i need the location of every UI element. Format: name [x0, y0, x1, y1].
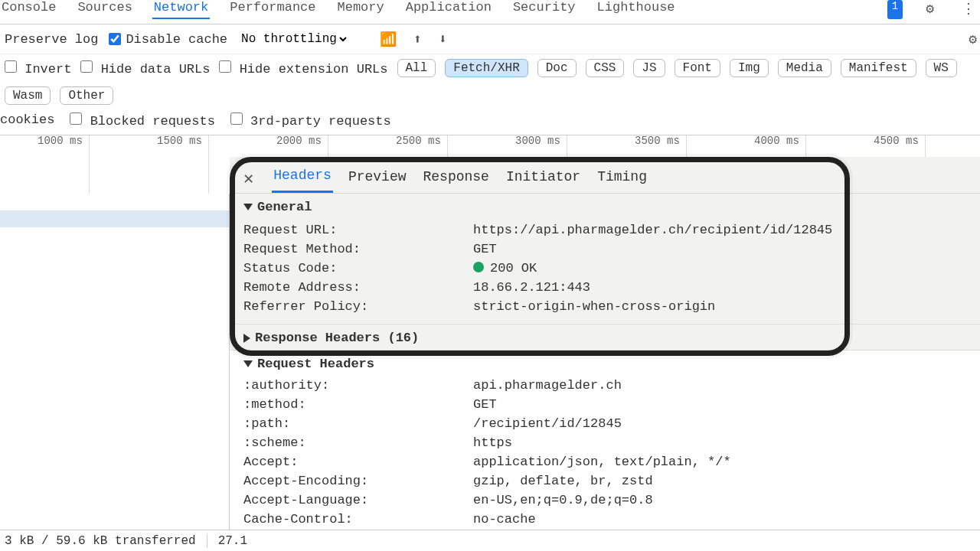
header-key: :authority: — [243, 378, 473, 393]
tab-performance[interactable]: Performance — [228, 0, 317, 19]
remote-address-key: Remote Address: — [243, 280, 473, 295]
section-request-headers-label: Request Headers — [257, 357, 374, 371]
referrer-policy-value: strict-origin-when-cross-origin — [473, 299, 715, 314]
hide-ext-urls-checkbox[interactable]: Hide extension URLs — [219, 60, 387, 77]
filter-all[interactable]: All — [397, 59, 436, 77]
blocked-requests-checkbox[interactable]: Blocked requests — [70, 112, 214, 129]
throttling-select[interactable]: No throttling — [238, 31, 349, 47]
filter-css[interactable]: CSS — [586, 59, 625, 77]
tab-application[interactable]: Application — [404, 0, 493, 19]
tab-sources[interactable]: Sources — [76, 0, 133, 19]
header-value: gzip, deflate, br, zstd — [473, 474, 653, 488]
hide-data-urls-checkbox[interactable]: Hide data URLs — [80, 60, 210, 77]
tick-label: 4000 ms — [754, 135, 799, 147]
tick-label: 1500 ms — [157, 135, 202, 147]
close-icon[interactable]: ✕ — [243, 168, 258, 189]
filter-font[interactable]: Font — [675, 59, 720, 77]
section-general-label: General — [257, 200, 312, 214]
section-request-headers[interactable]: Request Headers — [230, 350, 980, 376]
referrer-policy-key: Referrer Policy: — [243, 299, 473, 314]
detail-tab-timing[interactable]: Timing — [596, 166, 648, 192]
filter-wasm[interactable]: Wasm — [5, 86, 51, 105]
request-detail-pane: ✕ Headers Preview Response Initiator Tim… — [230, 157, 980, 530]
status-bar: 3 kB / 59.6 kB transferred 27.1 — [0, 530, 980, 551]
tick-label: 3500 ms — [635, 135, 680, 147]
detail-tab-response[interactable]: Response — [422, 166, 491, 192]
filter-fetch-xhr[interactable]: Fetch/XHR — [445, 59, 528, 77]
error-badge[interactable]: 1 — [887, 0, 903, 19]
tab-security[interactable]: Security — [511, 0, 577, 19]
status-code-value: 200 OK — [473, 261, 537, 276]
request-header-row: :path:/recipient/id/12845 — [230, 414, 980, 433]
header-key: Accept: — [243, 455, 473, 469]
upload-icon[interactable]: ⬆ — [410, 31, 425, 47]
request-header-row: :authority:api.pharmagelder.ch — [230, 376, 980, 395]
header-value: no-cache — [473, 512, 536, 527]
header-value: GET — [473, 397, 497, 412]
filter-media[interactable]: Media — [778, 59, 831, 77]
third-party-checkbox[interactable]: 3rd-party requests — [230, 112, 391, 129]
invert-checkbox[interactable]: Invert — [5, 60, 71, 77]
finish-time: 27.1 — [218, 534, 247, 548]
request-headers-block: :authority:api.pharmagelder.ch:method:GE… — [230, 376, 980, 530]
disable-cache-checkbox[interactable]: Disable cache — [109, 32, 227, 47]
request-url-value: https://api.pharmagelder.ch/recipient/id… — [473, 223, 832, 237]
filter-other[interactable]: Other — [60, 86, 113, 105]
tick-label: 3000 ms — [515, 135, 560, 147]
request-list[interactable] — [0, 194, 230, 530]
tab-network[interactable]: Network — [152, 0, 210, 19]
tab-console[interactable]: Console — [0, 0, 57, 19]
request-header-row: :method:GET — [230, 395, 980, 414]
kebab-icon[interactable]: ⋮ — [957, 0, 980, 19]
request-header-row: Accept-Language:en-US,en;q=0.9,de;q=0.8 — [230, 491, 980, 510]
header-value: application/json, text/plain, */* — [473, 455, 731, 469]
settings-gear-icon[interactable]: ⚙ — [965, 31, 980, 47]
devtools-tabs: Console Sources Network Performance Memo… — [0, 0, 980, 24]
download-icon[interactable]: ⬇ — [436, 31, 450, 47]
request-header-row: Accept-Encoding:gzip, deflate, br, zstd — [230, 471, 980, 491]
chevron-right-icon — [243, 334, 250, 343]
request-header-row: :scheme:https — [230, 433, 980, 452]
filter-manifest[interactable]: Manifest — [841, 59, 916, 77]
header-value: /recipient/id/12845 — [473, 416, 622, 431]
gear-icon[interactable]: ⚙ — [921, 0, 939, 19]
detail-tab-preview[interactable]: Preview — [347, 166, 408, 192]
filter-row: Invert Hide data URLs Hide extension URL… — [0, 54, 980, 109]
tab-lighthouse[interactable]: Lighthouse — [596, 0, 677, 19]
status-dot-icon — [473, 262, 484, 272]
request-method-key: Request Method: — [243, 242, 473, 256]
request-row-selected[interactable] — [0, 210, 229, 227]
section-response-headers-label: Response Headers (16) — [255, 331, 419, 345]
network-toolbar: Preserve log Disable cache No throttling… — [0, 24, 980, 54]
disable-cache-label: Disable cache — [126, 32, 227, 47]
filter-js[interactable]: JS — [633, 59, 665, 77]
status-code-key: Status Code: — [243, 261, 473, 276]
detail-tab-headers[interactable]: Headers — [272, 165, 333, 193]
tick-label: 2000 ms — [276, 135, 322, 147]
request-method-value: GET — [473, 242, 497, 256]
cookies-label: cookies — [0, 112, 54, 129]
filter-ws[interactable]: WS — [926, 59, 957, 77]
filter-img[interactable]: Img — [730, 59, 769, 77]
tick-label: 1000 ms — [38, 135, 83, 147]
filter-doc[interactable]: Doc — [537, 59, 577, 77]
remote-address-value: 18.66.2.121:443 — [473, 280, 590, 295]
chevron-down-icon — [243, 204, 253, 210]
filter-row-2: cookies Blocked requests 3rd-party reque… — [0, 109, 980, 135]
request-url-key: Request URL: — [243, 223, 473, 237]
header-value: api.pharmagelder.ch — [473, 378, 622, 393]
header-value: https — [473, 435, 512, 450]
header-key: :scheme: — [243, 435, 473, 450]
tick-label: 2500 ms — [396, 135, 441, 147]
tick-label: 4500 ms — [874, 135, 919, 147]
disable-cache-input[interactable] — [109, 33, 121, 45]
detail-tabs: ✕ Headers Preview Response Initiator Tim… — [230, 157, 980, 194]
section-general[interactable]: General — [230, 194, 980, 219]
transfer-size: 3 kB / 59.6 kB transferred — [5, 534, 196, 548]
preserve-log-label: Preserve log — [5, 32, 98, 47]
tab-memory[interactable]: Memory — [335, 0, 385, 19]
detail-tab-initiator[interactable]: Initiator — [505, 166, 582, 192]
wifi-icon[interactable]: 📶 — [377, 31, 400, 47]
header-key: Accept-Language: — [243, 493, 473, 507]
section-response-headers[interactable]: Response Headers (16) — [230, 324, 980, 350]
